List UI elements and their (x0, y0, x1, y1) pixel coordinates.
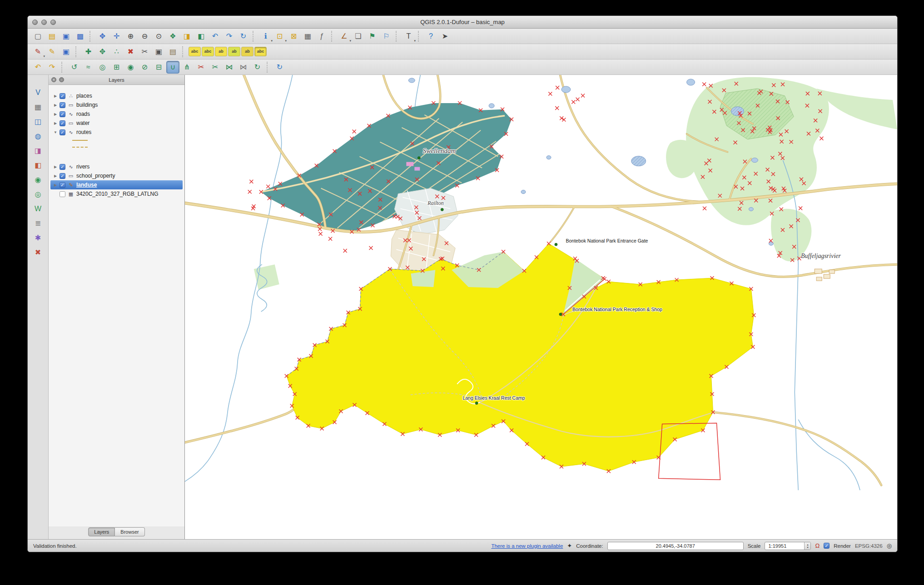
minimize-window-button[interactable] (41, 20, 47, 25)
titlebar[interactable]: QGIS 2.0.1-Dufour – basic_map (28, 16, 897, 29)
rotate-feature-icon[interactable]: ↺ (68, 61, 81, 74)
identify-features-icon[interactable]: ℹ▾ (259, 30, 272, 43)
offset-curve-icon[interactable]: ∪ (166, 61, 179, 74)
layer-item-buildings[interactable]: ▶✓▭buildings (50, 100, 183, 109)
whats-this-icon[interactable]: ➤ (438, 30, 452, 43)
undo-icon[interactable]: ↶ (31, 61, 45, 74)
delete-part-icon[interactable]: ⊟ (152, 61, 165, 74)
add-part-icon[interactable]: ⊞ (110, 61, 123, 74)
toggle-editing-icon[interactable]: ✎ (45, 45, 59, 58)
fill-ring-icon[interactable]: ◉ (124, 61, 137, 74)
map-tips-icon[interactable]: ❏ (352, 30, 365, 43)
rotate-point-symbols-icon[interactable]: ↻ (251, 61, 264, 74)
select-features-icon[interactable]: ⊡▾ (273, 30, 286, 43)
measure-icon[interactable]: ∠▾ (338, 30, 351, 43)
reshape-features-icon[interactable]: ⋔ (180, 61, 194, 74)
zoom-last-icon[interactable]: ↶ (209, 30, 222, 43)
zoom-window-button[interactable] (50, 20, 56, 25)
plugin-available-link[interactable]: There is a new plugin available (491, 543, 563, 549)
simplify-feature-icon[interactable]: ≈ (82, 61, 95, 74)
refresh-map-icon[interactable]: ↻ (237, 30, 250, 43)
rotate-label-icon[interactable]: ab (228, 47, 240, 56)
move-feature-icon[interactable]: ✥ (96, 45, 109, 58)
delete-selected-icon[interactable]: ✖ (124, 45, 137, 58)
select-by-expression-icon[interactable]: ƒ (315, 30, 328, 43)
save-layer-edits-icon[interactable]: ▣ (60, 45, 73, 58)
scale-combo[interactable]: 1:19951 ▴ ▾ (765, 542, 811, 550)
show-bookmarks-icon[interactable]: ⚐ (380, 30, 393, 43)
spinner-down-icon[interactable]: ▾ (807, 546, 808, 549)
dropdown-arrow-icon[interactable]: ▾ (349, 39, 351, 43)
add-wms-layer-icon[interactable]: ◉ (31, 174, 45, 186)
current-edits-icon[interactable]: ✎▾ (31, 45, 45, 58)
layer-item-landuse[interactable]: ▶✓✎landuse (50, 180, 183, 189)
crs-status-icon[interactable]: ◎ (887, 542, 892, 549)
pin-labels-icon[interactable]: ab (241, 47, 253, 56)
zoom-to-selection-icon[interactable]: ◨ (180, 30, 194, 43)
layer-visibility-checkbox[interactable]: ✓ (60, 129, 65, 135)
delete-ring-icon[interactable]: ⊘ (138, 61, 151, 74)
panel-close-icon[interactable]: ✕ (51, 77, 56, 82)
add-delimited-text-layer-icon[interactable]: ≣ (31, 218, 45, 229)
add-mssql-layer-icon[interactable]: ◨ (31, 145, 45, 157)
remove-layer-icon[interactable]: ✖ (31, 247, 45, 258)
zoom-next-icon[interactable]: ↷ (223, 30, 236, 43)
zoom-out-icon[interactable]: ⊖ (138, 30, 151, 43)
redo-icon[interactable]: ↷ (45, 61, 59, 74)
save-project-icon[interactable]: ▣ (60, 30, 73, 43)
dropdown-arrow-icon[interactable]: ▾ (285, 39, 287, 43)
render-checkbox[interactable]: ✓ (824, 543, 830, 549)
magnet-icon[interactable]: Ω (815, 542, 820, 549)
copy-features-icon[interactable]: ▣ (152, 45, 165, 58)
close-window-button[interactable] (32, 20, 38, 25)
new-bookmark-icon[interactable]: ⚑ (366, 30, 379, 43)
new-project-icon[interactable]: ▢ (31, 30, 45, 43)
dropdown-arrow-icon[interactable]: ▾ (43, 55, 45, 58)
pan-map-icon[interactable]: ✥ (96, 30, 109, 43)
cut-features-icon[interactable]: ✂ (138, 45, 151, 58)
layer-item-places[interactable]: ▶✓∴places (50, 91, 183, 100)
open-attribute-table-icon[interactable]: ▦ (301, 30, 314, 43)
pan-to-selection-icon[interactable]: ✛ (110, 30, 123, 43)
merge-attributes-icon[interactable]: ⋈ (237, 61, 250, 74)
expand-arrow-icon[interactable]: ▶ (53, 103, 58, 107)
labeling-icon[interactable]: abc (189, 47, 201, 56)
add-feature-icon[interactable]: ✚ (82, 45, 95, 58)
expand-arrow-icon[interactable]: ▶ (53, 121, 58, 125)
expand-arrow-icon[interactable]: ▶ (53, 94, 58, 98)
layer-item-school_property[interactable]: ▶✓▭school_property (50, 171, 183, 180)
expand-arrow-icon[interactable]: ▶ (53, 183, 58, 187)
merge-features-icon[interactable]: ⋈ (223, 61, 236, 74)
add-ring-icon[interactable]: ◎ (96, 61, 109, 74)
reload-icon[interactable]: ↻ (273, 61, 286, 74)
add-vector-layer-icon[interactable]: V (31, 87, 45, 99)
text-annotation-icon[interactable]: T▾ (402, 30, 415, 43)
add-wcs-layer-icon[interactable]: ◎ (31, 188, 45, 200)
zoom-full-icon[interactable]: ❖ (166, 30, 179, 43)
split-features-icon[interactable]: ✂ (194, 61, 208, 74)
panel-tab-browser[interactable]: Browser (115, 527, 144, 536)
deselect-features-icon[interactable]: ⊠ (287, 30, 300, 43)
add-postgis-layer-icon[interactable]: ◫ (31, 116, 45, 128)
expand-arrow-icon[interactable]: ▶ (53, 165, 58, 169)
layer-visibility-checkbox[interactable]: ✓ (60, 182, 65, 188)
layer-item-water[interactable]: ▶✓▭water (50, 119, 183, 128)
expand-arrow-icon[interactable]: ▼ (53, 130, 58, 134)
add-raster-layer-icon[interactable]: ▦ (31, 101, 45, 113)
move-label-icon[interactable]: ab (215, 47, 227, 56)
change-label-icon[interactable]: abc (202, 47, 214, 56)
expand-arrow-icon[interactable]: ▶ (53, 174, 58, 178)
help-icon[interactable]: ? (424, 30, 437, 43)
layer-item-roads[interactable]: ▶✓∿roads (50, 109, 183, 119)
scale-spinner[interactable]: ▴ ▾ (804, 542, 810, 550)
landuse-polygon[interactable] (287, 243, 754, 471)
open-project-icon[interactable]: ▤ (45, 30, 59, 43)
zoom-native-icon[interactable]: ⊙ (152, 30, 165, 43)
layer-item-3420C_2010_327_RGB_LATLNG[interactable]: ▦3420C_2010_327_RGB_LATLNG (50, 189, 183, 198)
map-canvas[interactable]: SwellendamRailtonBuffeljagsrivierBontebo… (185, 75, 897, 539)
layer-visibility-checkbox[interactable] (60, 191, 65, 197)
layer-visibility-checkbox[interactable]: ✓ (60, 102, 65, 108)
layer-visibility-checkbox[interactable]: ✓ (60, 93, 65, 99)
layer-visibility-checkbox[interactable]: ✓ (60, 111, 65, 117)
save-project-as-icon[interactable]: ▩ (74, 30, 87, 43)
